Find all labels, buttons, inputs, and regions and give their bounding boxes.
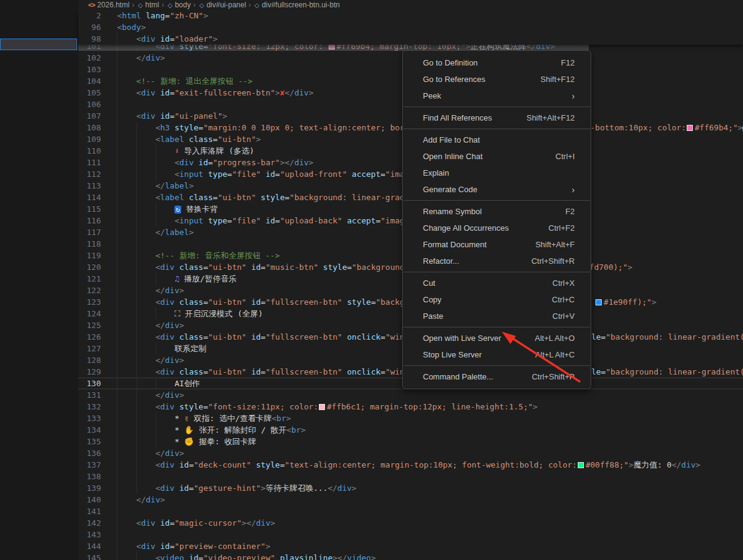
menu-item-open-inline-chat[interactable]: Open Inline ChatCtrl+I [403,148,591,165]
menu-item-command-palette[interactable]: Command Palette...Ctrl+Shift+P [403,368,591,385]
sidebar-selected-item[interactable] [0,39,77,50]
menu-item-go-to-definition[interactable]: Go to DefinitionF12 [403,54,591,71]
menu-item-shortcut: Alt+L Alt+O [535,334,575,343]
token: #ff69b4;" [695,123,737,132]
menu-item-find-all-references[interactable]: Find All ReferencesShift+Alt+F12 [403,110,591,126]
line-number: 2 [78,10,101,21]
code-text: ⬇ 导入库洛牌 (多选) [174,145,254,157]
indent-guide [117,75,118,87]
breadcrumb-file[interactable]: 2026.html [97,1,130,9]
line-number: 142 [78,517,101,529]
indent-guide [155,273,156,285]
code-text: </label> [155,180,194,192]
token: class [184,193,213,202]
token: = [381,170,386,179]
menu-item-add-file-to-chat[interactable]: Add File to Chat [403,132,591,148]
code-line[interactable]: 134* ✋ 张开: 解除封印 / 散开<br> [78,424,743,436]
token: id [155,111,170,121]
menu-item-cut[interactable]: CutCtrl+X [403,275,591,291]
line-number: 131 [78,389,101,401]
sticky-line[interactable]: 2<html lang="zh-CN"> [78,10,743,21]
menu-item-shortcut: Shift+Alt+F [536,240,575,249]
breadcrumb-segment[interactable]: div#ui-panel [206,1,246,9]
indent-guide [117,226,118,238]
code-line[interactable]: 137<div id="deck-count" style="text-alig… [78,459,743,471]
token: class [174,367,203,376]
token: "preview-container" [174,542,266,551]
menu-item-go-to-references[interactable]: Go to ReferencesShift+F12 [403,71,591,88]
token: = [213,193,218,202]
breadcrumb-segment[interactable]: div#fullscreen-btn.ui-btn [262,1,340,9]
indent-guide [136,413,137,424]
menu-item-change-all-occurrences[interactable]: Change All OccurrencesCtrl+F2 [403,220,591,236]
token: = [198,123,203,132]
indent-guide [136,389,137,401]
indent-guide [136,273,137,285]
code-line[interactable]: 145<video id="video-preview" playsinline… [78,552,743,560]
token: > [141,23,146,32]
token: 等待卡牌召唤... [266,483,327,493]
token: < [174,216,179,225]
code-line[interactable]: 140</div> [78,494,743,506]
token: 播放/暂停音乐 [179,274,237,283]
token: < [155,367,160,376]
menu-item-stop-live-server[interactable]: Stop Live ServerAlt+L Alt+C [403,346,591,363]
menu-item-format-document[interactable]: Format DocumentShift+Alt+F [403,236,591,253]
token: < [155,460,160,469]
menu-item-paste[interactable]: PasteCtrl+V [403,308,591,324]
sticky-line[interactable]: 96<body> [78,21,743,33]
code-line[interactable]: 141 [78,506,743,517]
indent-guide [136,343,137,354]
token: = [189,483,194,493]
indent-guide [155,424,156,436]
code-line[interactable]: 142<div id="magic-cursor"></div> [78,517,743,529]
token: label [160,135,184,144]
code-line[interactable]: 133* ✌ 双指: 选中/查看卡牌<br> [78,413,743,424]
code-line[interactable]: 132<div style="font-size:11px; color:#ff… [78,401,743,413]
token: class [184,135,213,144]
sticky-line[interactable]: 98<div id="loader"> [78,33,743,45]
token: id [247,263,261,272]
token: > [203,11,208,20]
code-line[interactable]: 135* ✊ 握拳: 收回卡牌 [78,436,743,447]
breadcrumb-segment[interactable]: html [145,1,159,9]
token: > [308,88,313,97]
indent-guide [136,203,137,215]
menu-item-label: Go to References [423,75,485,84]
menu-item-open-with-live-server[interactable]: Open with Live ServerAlt+L Alt+O [403,330,591,346]
menu-item-explain[interactable]: Explain [403,165,591,181]
menu-item-refactor[interactable]: Refactor...Ctrl+Shift+R [403,253,591,269]
indent-guide [155,436,156,447]
code-line[interactable]: 131</div> [78,389,743,401]
line-number: 118 [78,238,101,250]
menu-item-shortcut: F2 [566,207,575,216]
token: = [601,332,606,342]
indent-guide [117,261,118,273]
indent-guide [117,87,118,99]
indent-guide [136,552,137,560]
indent-guide [136,226,137,238]
token: < [117,11,122,20]
menu-item-copy[interactable]: CopyCtrl+C [403,291,591,308]
code-line[interactable]: 144<div id="preview-container"> [78,540,743,552]
breadcrumb-segment[interactable]: body [175,1,191,9]
token: "ui-btn" [208,263,247,272]
menu-item-rename-symbol[interactable]: Rename SymbolF2 [403,203,591,220]
token: > [266,542,271,551]
code-line[interactable]: 139<div id="gesture-hint">等待卡牌召唤...</div… [78,482,743,494]
line-number: 129 [78,366,101,378]
token: = [381,332,386,342]
line-number: 143 [78,529,101,540]
token: </ [136,495,146,504]
token: id [184,553,198,560]
code-line[interactable]: 138 [78,471,743,482]
token: div [681,460,695,469]
code-line[interactable]: 136</div> [78,447,743,459]
token: < [155,332,160,342]
menu-item-generate-code[interactable]: Generate Code› [403,181,591,198]
code-line[interactable]: 143 [78,529,743,540]
token: > [160,495,165,504]
indent-guide [136,168,137,180]
token: "ui-btn" [208,332,247,342]
menu-item-peek[interactable]: Peek› [403,88,591,104]
